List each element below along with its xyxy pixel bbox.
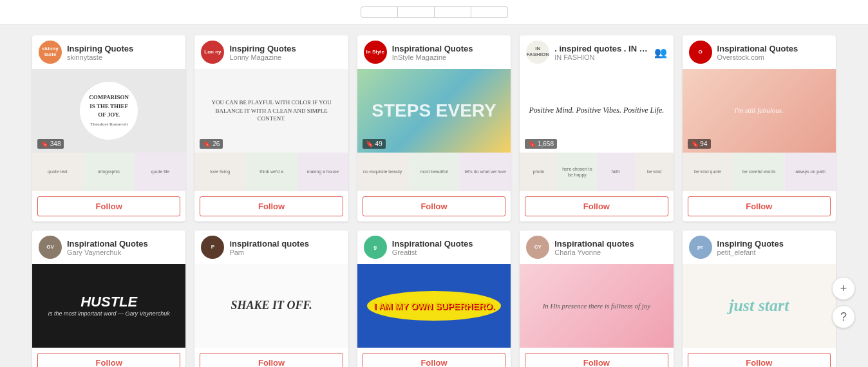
- board-info: Inspirational Quotes InStyle Magazine: [392, 44, 504, 61]
- board-card: g Inspirational Quotes Greatist I AM MY …: [357, 231, 511, 367]
- board-images[interactable]: Positive Mind. Positive Vibes. Positive …: [520, 69, 673, 153]
- board-header: CY Inspirational quotes Charla Yvonne: [520, 231, 673, 264]
- board-title: . inspired quotes . IN FASHION: [554, 44, 648, 53]
- board-images[interactable]: I AM MY OWN SUPERHERO.: [357, 264, 511, 348]
- add-button[interactable]: +: [832, 277, 855, 300]
- board-header: g Inspirational Quotes Greatist: [357, 231, 511, 264]
- tab-all-pins[interactable]: [361, 6, 398, 18]
- board-images[interactable]: STEPS EVERY 🔖 49: [357, 69, 511, 153]
- pin-count: 🔖 94: [688, 139, 711, 149]
- board-thumb-1: think we'd a: [245, 153, 297, 191]
- board-thumbnails: photohere chosen to be happyfaithbe kind: [520, 153, 673, 191]
- board-avatar: P: [201, 236, 224, 259]
- follow-button[interactable]: Follow: [363, 353, 505, 367]
- board-thumb-2: always on path: [784, 153, 836, 191]
- board-header: O Inspirational Quotes Overstock.com: [683, 35, 836, 69]
- board-thumb-0: quote text: [32, 153, 83, 191]
- help-button[interactable]: ?: [832, 305, 855, 328]
- board-thumb-2: making a house: [297, 153, 348, 191]
- board-avatar: O: [689, 41, 712, 64]
- pin-count: 🔖 26: [200, 139, 223, 149]
- board-card: O Inspirational Quotes Overstock.com i'm…: [683, 35, 836, 221]
- board-info: Inspiring Quotes skinnytaste: [67, 44, 179, 61]
- tab-boards[interactable]: [471, 6, 508, 18]
- follow-button[interactable]: Follow: [525, 353, 668, 367]
- board-avatar: pe: [689, 236, 712, 259]
- board-title: Inspiring Quotes: [229, 44, 341, 53]
- board-images[interactable]: SHAKE IT OFF.: [194, 264, 348, 348]
- tab-your-pins[interactable]: [398, 6, 435, 18]
- board-info: inspirational quotes Pam: [229, 239, 341, 256]
- follow-button[interactable]: Follow: [688, 353, 831, 367]
- board-avatar: skinny taste: [39, 41, 62, 64]
- follow-button[interactable]: Follow: [200, 353, 343, 367]
- board-thumb-0: no exquisite beauty: [357, 153, 408, 191]
- board-images[interactable]: YOU CAN BE PLAYFUL WITH COLOR IF YOU BAL…: [194, 69, 348, 153]
- follow-button[interactable]: Follow: [688, 196, 831, 216]
- board-title: Inspiring Quotes: [717, 239, 829, 249]
- board-info: Inspirational Quotes Overstock.com: [717, 44, 829, 61]
- board-header: skinny taste Inspiring Quotes skinnytast…: [32, 35, 185, 69]
- board-thumbnails: no exquisite beautymost beautifullet's d…: [357, 153, 511, 191]
- board-thumb-1: most beautiful: [408, 153, 460, 191]
- board-card: GV Inspirational Quotes Gary Vaynerchuk …: [32, 231, 185, 367]
- follow-button[interactable]: Follow: [37, 196, 180, 216]
- board-card: In Style Inspirational Quotes InStyle Ma…: [357, 35, 511, 221]
- board-avatar: GV: [39, 236, 62, 259]
- board-info: Inspiring Quotes Lonny Magazine: [229, 44, 341, 61]
- board-header: In Style Inspirational Quotes InStyle Ma…: [357, 35, 511, 69]
- board-user: Greatist: [392, 249, 504, 256]
- board-header: GV Inspirational Quotes Gary Vaynerchuk: [32, 231, 185, 264]
- board-header: Lon ny Inspiring Quotes Lonny Magazine: [194, 35, 348, 69]
- follow-button[interactable]: Follow: [363, 196, 505, 216]
- main-content: skinny taste Inspiring Quotes skinnytast…: [0, 25, 868, 367]
- board-user: Overstock.com: [717, 53, 829, 61]
- board-card: pe Inspiring Quotes petit_elefant just s…: [683, 231, 836, 367]
- follow-button[interactable]: Follow: [200, 196, 343, 216]
- board-title: Inspirational Quotes: [67, 239, 179, 249]
- board-user: IN FASHION: [554, 53, 648, 61]
- float-buttons: + ?: [832, 277, 855, 328]
- board-images[interactable]: just start: [683, 264, 836, 348]
- board-thumbnails: love livingthink we'd amaking a house: [194, 153, 348, 191]
- board-user: InStyle Magazine: [392, 53, 504, 61]
- board-info: Inspiring Quotes petit_elefant: [717, 239, 829, 256]
- board-thumb-3: be kind: [635, 153, 674, 191]
- board-images[interactable]: In His presence there is fullness of joy: [520, 264, 673, 348]
- board-user: Lonny Magazine: [229, 53, 341, 61]
- board-info: . inspired quotes . IN FASHION IN FASHIO…: [554, 44, 648, 61]
- board-thumb-2: faith: [596, 153, 635, 191]
- follow-button[interactable]: Follow: [525, 196, 668, 216]
- boards-row-2: GV Inspirational Quotes Gary Vaynerchuk …: [32, 231, 836, 367]
- board-avatar: IN FASHION: [526, 41, 549, 64]
- board-title: Inspiring Quotes: [67, 44, 179, 53]
- board-thumbnails: quote textinfographicquote tile: [32, 153, 185, 191]
- board-avatar: g: [364, 236, 387, 259]
- board-info: Inspirational Quotes Gary Vaynerchuk: [67, 239, 179, 256]
- board-thumb-0: be kind quote: [683, 153, 733, 191]
- board-avatar: In Style: [364, 41, 387, 64]
- board-images[interactable]: i'm still fabulous. 🔖 94: [683, 69, 836, 153]
- board-header: P inspirational quotes Pam: [194, 231, 348, 264]
- board-thumb-2: quote tile: [135, 153, 186, 191]
- board-title: Inspirational Quotes: [392, 239, 504, 249]
- board-images[interactable]: COMPARISON IS THE THIEF OF JOY.Theodore …: [32, 69, 185, 153]
- boards-row-1: skinny taste Inspiring Quotes skinnytast…: [32, 35, 836, 221]
- board-avatar: CY: [526, 236, 549, 259]
- pin-count: 🔖 1,658: [525, 139, 557, 149]
- board-title: Inspirational Quotes: [717, 44, 829, 53]
- board-card: P inspirational quotes Pam SHAKE IT OFF.…: [194, 231, 348, 367]
- tab-pinners[interactable]: [435, 6, 471, 18]
- board-thumb-1: be careful words: [733, 153, 784, 191]
- board-thumb-0: photo: [520, 153, 558, 191]
- board-user: skinnytaste: [67, 53, 179, 61]
- board-title: inspirational quotes: [229, 239, 341, 249]
- board-thumbnails: be kind quotebe careful wordsalways on p…: [683, 153, 836, 191]
- board-user: Charla Yvonne: [554, 249, 666, 256]
- board-info: Inspirational quotes Charla Yvonne: [554, 239, 666, 256]
- board-card: Lon ny Inspiring Quotes Lonny Magazine Y…: [194, 35, 348, 221]
- board-info: Inspirational Quotes Greatist: [392, 239, 504, 256]
- follow-button[interactable]: Follow: [37, 353, 180, 367]
- board-images[interactable]: HUSTLE Is the most important word — Gary…: [32, 264, 185, 348]
- board-thumb-1: here chosen to be happy: [558, 153, 596, 191]
